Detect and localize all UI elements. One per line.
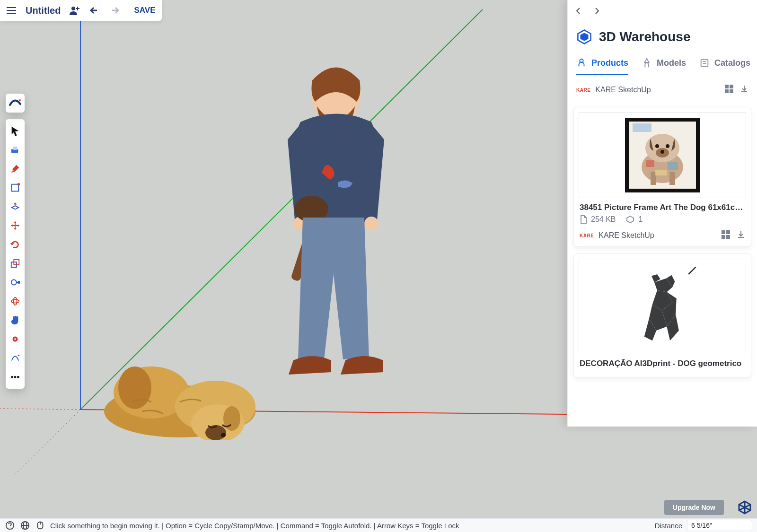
svg-rect-32 [18, 281, 19, 283]
svg-rect-47 [730, 89, 733, 93]
redo-icon[interactable] [106, 2, 123, 19]
tool-section[interactable] [8, 349, 23, 367]
svg-point-28 [18, 183, 20, 186]
tool-move[interactable] [8, 217, 23, 235]
svg-rect-61 [655, 170, 667, 175]
panel-header: 3D Warehouse [568, 22, 757, 50]
tool-orbit[interactable] [8, 292, 23, 310]
grid-icon[interactable] [725, 85, 733, 95]
result-card[interactable]: 38451 Picture Frame Art The Dog 61x61cm … [573, 107, 751, 247]
svg-rect-64 [726, 230, 730, 234]
brand-badge[interactable] [6, 94, 25, 113]
svg-point-78 [9, 528, 10, 529]
svg-point-57 [666, 144, 669, 148]
tool-pan[interactable] [8, 311, 23, 329]
menu-icon[interactable] [3, 2, 20, 19]
document-title[interactable]: Untitled [23, 5, 63, 16]
app-logo-icon[interactable] [737, 500, 752, 517]
tab-products-label: Products [591, 58, 628, 68]
panel-tabs: Products Models Catalogs [568, 50, 757, 75]
top-bar: Untitled SAVE [0, 0, 162, 21]
undo-icon[interactable] [86, 2, 103, 19]
scene-figure-dog [99, 340, 260, 442]
svg-rect-65 [722, 235, 725, 239]
products-icon [576, 58, 587, 68]
tool-pushpull[interactable] [8, 198, 23, 216]
source-name: KARE SketchUp [595, 86, 651, 94]
panel-nav [568, 0, 757, 22]
upgrade-button[interactable]: Upgrade Now [664, 500, 724, 515]
tool-rotate[interactable] [8, 235, 23, 253]
svg-point-37 [18, 355, 20, 357]
svg-marker-39 [581, 33, 589, 41]
card-poly: 1 [638, 215, 643, 224]
svg-point-17 [221, 433, 226, 437]
svg-point-36 [14, 338, 16, 340]
pointer-device-icon[interactable] [35, 520, 45, 531]
svg-marker-62 [627, 216, 634, 223]
globe-icon[interactable] [20, 520, 30, 531]
svg-point-12 [118, 366, 151, 409]
svg-rect-50 [633, 123, 651, 132]
result-card[interactable]: DECORAÇÃO AI3Dprint - DOG geometrico [573, 253, 751, 377]
card-meta: 254 KB 1 [580, 215, 745, 224]
help-icon[interactable] [5, 520, 15, 531]
svg-rect-26 [13, 147, 17, 150]
tool-look[interactable] [8, 330, 23, 348]
card-title: DECORAÇÃO AI3Dprint - DOG geometrico [580, 359, 745, 368]
catalogs-icon [699, 58, 710, 68]
tab-catalogs[interactable]: Catalogs [699, 55, 750, 75]
tool-pencil[interactable] [8, 160, 23, 178]
svg-rect-60 [668, 162, 678, 170]
svg-rect-53 [669, 172, 675, 185]
nav-forward-icon[interactable] [589, 3, 605, 19]
source-row[interactable]: KARE KARE SketchUp [573, 80, 751, 100]
svg-line-1 [14, 410, 80, 475]
svg-point-58 [660, 150, 664, 154]
tool-line[interactable] [8, 179, 23, 197]
tab-catalogs-label: Catalogs [714, 58, 750, 68]
models-icon [642, 58, 652, 68]
svg-point-16 [205, 425, 226, 440]
svg-rect-44 [725, 85, 729, 88]
tool-scale[interactable] [8, 254, 23, 272]
svg-rect-45 [730, 85, 733, 88]
panel-title: 3D Warehouse [599, 29, 690, 44]
warehouse-panel: 3D Warehouse Products Models Catalogs KA… [567, 0, 757, 427]
card-thumb [579, 112, 746, 198]
svg-point-24 [19, 99, 21, 101]
nav-back-icon[interactable] [571, 3, 587, 19]
tool-tape[interactable] [8, 273, 23, 291]
svg-line-3 [0, 409, 80, 410]
svg-line-75 [688, 267, 695, 274]
card-title: 38451 Picture Frame Art The Dog 61x61cm … [580, 203, 745, 212]
svg-rect-7 [364, 217, 378, 231]
card-thumb [579, 259, 746, 354]
svg-point-34 [13, 297, 17, 305]
svg-point-31 [11, 280, 17, 285]
svg-rect-63 [722, 230, 725, 234]
download-icon[interactable] [740, 85, 748, 95]
tab-models[interactable]: Models [642, 55, 686, 75]
panel-list[interactable]: KARE KARE SketchUp [568, 75, 757, 427]
brand-chip: KARE [576, 87, 590, 93]
tool-select[interactable] [8, 122, 23, 140]
status-hint: Click something to begin moving it. | Op… [50, 522, 459, 530]
save-button[interactable]: SAVE [131, 6, 158, 15]
svg-point-56 [655, 144, 659, 148]
poly-icon [626, 215, 634, 224]
svg-rect-46 [725, 89, 729, 93]
status-bar: Click something to begin moving it. | Op… [0, 518, 757, 532]
tool-more[interactable]: ••• [8, 368, 23, 386]
tool-eraser[interactable] [8, 141, 23, 159]
grid-icon[interactable] [722, 230, 730, 241]
card-size: 254 KB [591, 215, 616, 224]
distance-value[interactable]: 6 5/16" [687, 520, 752, 531]
add-user-icon[interactable] [66, 2, 83, 19]
tab-products[interactable]: Products [576, 55, 628, 75]
distance-label: Distance [655, 522, 682, 530]
card-source: KARE SketchUp [599, 231, 654, 240]
brand-chip: KARE [580, 233, 594, 238]
download-icon[interactable] [737, 230, 745, 241]
upgrade-label: Upgrade Now [673, 504, 715, 511]
